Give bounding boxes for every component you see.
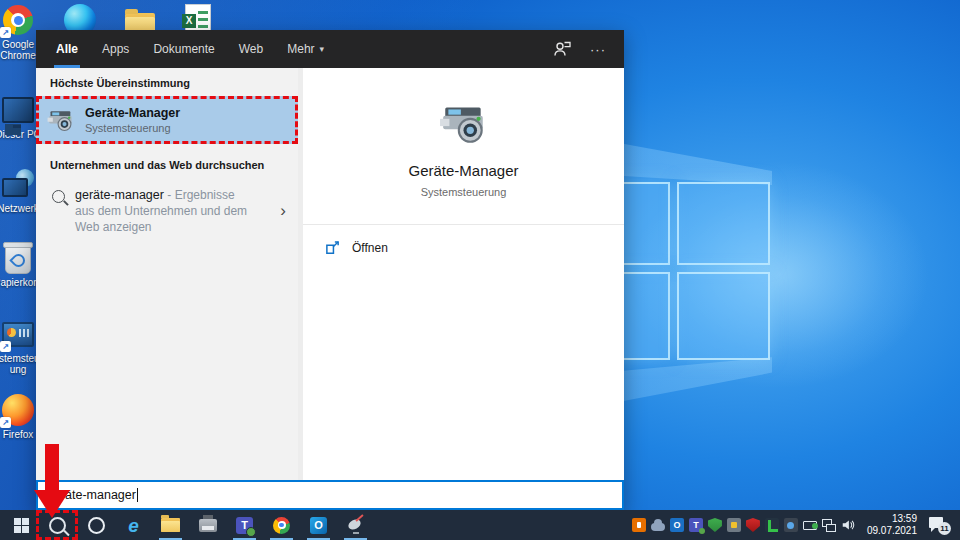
tray-outlook-icon[interactable]: O [670,518,684,532]
tray-defender-icon[interactable] [708,518,722,532]
account-sign-in-icon[interactable] [552,39,572,59]
tray-java-icon[interactable] [632,518,646,532]
cortana-icon [88,517,105,534]
taskbar-chrome[interactable] [263,510,300,540]
dieser-pc-icon [2,94,34,126]
tab-apps[interactable]: Apps [90,30,141,68]
tab-mehr[interactable]: Mehr ▾ [275,30,336,68]
tab-alle[interactable]: Alle [44,30,90,68]
search-results-list: Höchste Übereinstimmung Geräte-Manager [36,68,298,480]
cortana-button[interactable] [78,510,115,540]
systemsteuerung-icon: ↗ [2,318,34,350]
more-options-icon[interactable]: ··· [590,42,606,57]
internet-explorer-icon: e [128,516,139,535]
web-search-result[interactable]: geräte-manager - Ergebnisse aus dem Unte… [36,178,298,244]
search-icon [52,190,65,203]
excel-x-glyph: X [182,14,196,28]
taskbar-datei-explorer[interactable] [152,510,189,540]
file-explorer-icon [161,518,180,532]
web-query-text: geräte-manager [75,188,164,202]
open-label: Öffnen [352,241,388,255]
printer-icon [199,519,217,532]
teams-icon: T [236,517,253,534]
tray-remote-icon[interactable] [765,518,779,532]
taskbar-outlook[interactable]: O [300,510,337,540]
search-input-value: geräte-manager [47,488,136,502]
chevron-right-icon[interactable]: › [280,201,286,221]
open-icon [325,240,340,255]
detail-subtitle: Systemsteuerung [421,186,507,198]
desktop-icon-label: Netzwerk [0,203,39,214]
satellite-dish-icon [347,516,365,534]
search-icon [49,517,66,534]
search-flyout: Alle Apps Dokumente Web Mehr ▾ ··· Höchs… [36,30,624,510]
taskbar-geraete-app[interactable] [189,510,226,540]
windows-start-icon [14,518,29,533]
system-tray: O T 13:59 09.07.2021 11 [632,513,960,537]
result-title: Geräte-Manager [85,106,180,120]
tray-vpn-lock-icon[interactable] [727,518,741,532]
detail-title: Geräte-Manager [408,162,518,179]
open-action[interactable]: Öffnen [303,225,624,270]
windows-logo-pane [677,182,770,265]
shortcut-arrow-icon: ↗ [0,27,11,38]
taskbar: e T O O T [0,510,960,540]
taskbar-search-button[interactable] [36,510,78,540]
text-cursor [137,488,138,502]
taskbar-satellit-app[interactable] [337,510,374,540]
tray-netzwerk-icon[interactable] [822,519,836,533]
windows-logo-pane [677,272,770,360]
shortcut-arrow-icon: ↗ [0,341,11,352]
papierkorb-icon [2,242,34,274]
dropdown-caret-icon: ▾ [320,44,325,54]
taskbar-clock[interactable]: 13:59 09.07.2021 [867,513,917,537]
result-subtitle: Systemsteuerung [85,122,180,134]
tray-kamera-icon[interactable] [784,518,798,532]
tray-teams-icon[interactable]: T [689,518,703,532]
tab-mehr-label: Mehr [287,42,314,56]
result-detail-pane: Geräte-Manager Systemsteuerung Öffnen [298,68,624,480]
start-button[interactable] [6,510,36,540]
desktop-icon-label: Dieser PC [0,129,41,140]
outlook-icon: O [310,517,327,534]
tray-lautsprecher-icon[interactable] [841,518,855,532]
tray-monitor-ok-icon[interactable] [803,521,817,530]
windows-desktop: ↗ Google Chrome Dieser PC Netzwerk Papie… [0,0,960,540]
shortcut-arrow-icon: ↗ [0,417,11,428]
tab-dokumente[interactable]: Dokumente [141,30,226,68]
google-chrome-icon: ↗ [2,4,34,36]
notification-badge: 11 [938,522,951,535]
geraete-manager-icon-large [439,98,489,148]
firefox-icon: ↗ [2,394,34,426]
search-tab-bar: Alle Apps Dokumente Web Mehr ▾ ··· [36,30,624,68]
chrome-icon [273,517,290,534]
taskbar-internet-explorer[interactable]: e [115,510,152,540]
taskbar-teams[interactable]: T [226,510,263,540]
desktop-icon-label: Firefox [3,429,34,440]
clock-time: 13:59 [867,513,917,525]
notification-center-button[interactable]: 11 [929,515,951,535]
section-header-web: Unternehmen und das Web durchsuchen [36,144,298,178]
geraete-manager-icon [47,106,75,134]
clock-date: 09.07.2021 [867,525,917,537]
best-match-result[interactable]: Geräte-Manager Systemsteuerung [36,96,298,144]
tray-onedrive-icon[interactable] [651,523,665,531]
search-input[interactable]: geräte-manager [36,480,624,510]
netzwerk-icon [2,168,34,200]
section-header-best-match: Höchste Übereinstimmung [36,68,298,96]
tray-mcafee-icon[interactable] [746,518,760,532]
tab-web[interactable]: Web [227,30,275,68]
